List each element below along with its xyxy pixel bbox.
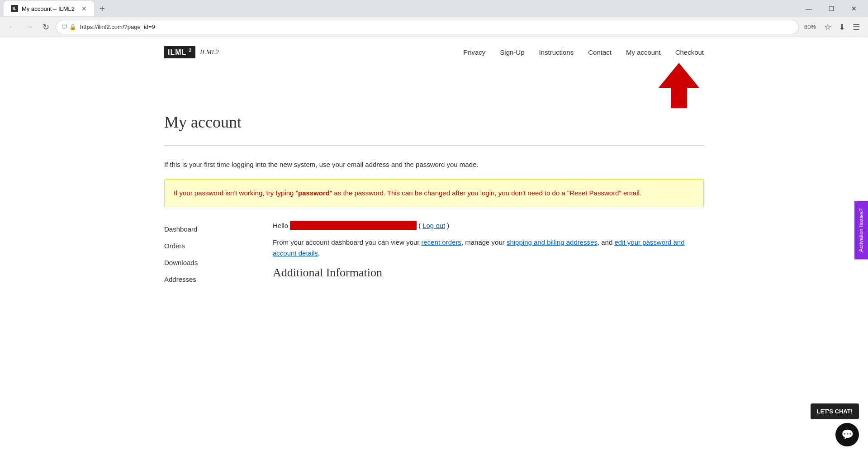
bookmark-star-button[interactable]: ☆ — [821, 20, 834, 34]
warning-text-after: " as the password. This can be changed a… — [330, 189, 641, 197]
arrow-annotation — [0, 63, 868, 108]
nav-contact[interactable]: Contact — [588, 48, 612, 56]
logout-parens-close: ) — [447, 222, 449, 229]
logo-text: ILML — [168, 48, 186, 56]
tab-close-button[interactable]: ✕ — [81, 5, 87, 12]
logout-link[interactable]: Log out — [422, 222, 445, 229]
minimize-button[interactable]: — — [798, 1, 819, 16]
logout-parens-open: ( — [418, 222, 421, 229]
page-title: My account — [164, 113, 704, 132]
dashboard-text-3: , and — [598, 238, 615, 246]
dashboard-text-2: , manage your — [461, 238, 507, 246]
username-redacted — [290, 221, 417, 230]
sidebar-item-addresses[interactable]: Addresses — [164, 271, 264, 288]
tab-favicon: IL — [11, 5, 18, 12]
content-divider — [164, 145, 704, 146]
shield-icon: 🛡 — [62, 24, 67, 30]
logo-super: 2 — [189, 48, 192, 53]
nav-checkout[interactable]: Checkout — [675, 48, 704, 56]
menu-button[interactable]: ☰ — [850, 20, 863, 34]
hello-label: Hello — [273, 222, 288, 229]
dashboard-text-4: . — [318, 249, 320, 257]
activation-issues-tab[interactable]: Activation Issues? — [854, 201, 868, 259]
first-time-info: If this is your first time logging into … — [164, 159, 704, 170]
red-arrow-icon — [659, 63, 699, 108]
page-content: ILML 2 ILML2 Privacy Sign-Up Instruction… — [0, 37, 868, 460]
browser-tab[interactable]: IL My account – ILML2 ✕ — [4, 1, 94, 16]
site-logo[interactable]: ILML 2 — [164, 46, 195, 58]
window-controls: — ❐ ✕ — [798, 1, 864, 16]
address-bar[interactable]: 🛡 🔒 https://ilml2.com/?page_id=9 — [56, 20, 799, 34]
restore-button[interactable]: ❐ — [821, 1, 842, 16]
browser-titlebar: IL My account – ILML2 ✕ + — ❐ ✕ — [0, 0, 868, 17]
password-warning-box: If your password isn't working, try typi… — [164, 179, 704, 207]
sidebar-item-downloads[interactable]: Downloads — [164, 254, 264, 271]
additional-info-title: Additional Information — [273, 266, 704, 280]
nav-signup[interactable]: Sign-Up — [500, 48, 524, 56]
account-layout: Dashboard Orders Downloads Addresses Hel… — [164, 221, 704, 288]
warning-password-word: password — [298, 189, 330, 197]
sidebar-item-dashboard[interactable]: Dashboard — [164, 221, 264, 237]
sidebar-item-orders[interactable]: Orders — [164, 237, 264, 254]
lock-icon: 🔒 — [69, 24, 76, 30]
nav-my-account[interactable]: My account — [626, 48, 661, 56]
warning-text-before: If your password isn't working, try typi… — [174, 189, 298, 197]
svg-marker-0 — [659, 63, 699, 108]
pocket-button[interactable]: ⬇ — [836, 20, 848, 34]
hello-row: Hello (Log out) — [273, 221, 704, 230]
security-icons: 🛡 🔒 — [62, 24, 76, 30]
zoom-level: 80% — [802, 24, 818, 30]
toolbar-icons: ☆ ⬇ ☰ — [821, 20, 863, 34]
forward-button[interactable]: → — [23, 20, 36, 33]
dashboard-description: From your account dashboard you can view… — [273, 237, 704, 259]
nav-privacy[interactable]: Privacy — [463, 48, 485, 56]
main-nav: Privacy Sign-Up Instructions Contact My … — [463, 48, 704, 56]
account-main: Hello (Log out) From your account dashbo… — [264, 221, 704, 288]
chat-widget: LET'S CHAT! 💬 — [811, 403, 859, 446]
tab-title: My account – ILML2 — [22, 5, 75, 12]
close-window-button[interactable]: ✕ — [844, 1, 864, 16]
url-text: https://ilml2.com/?page_id=9 — [80, 24, 155, 30]
back-button[interactable]: ← — [5, 20, 19, 33]
browser-window: IL My account – ILML2 ✕ + — ❐ ✕ ← → ↻ 🛡 … — [0, 0, 868, 460]
refresh-button[interactable]: ↻ — [40, 20, 52, 34]
new-tab-button[interactable]: + — [96, 4, 109, 14]
recent-orders-link[interactable]: recent orders — [422, 238, 461, 246]
logo-area: ILML 2 ILML2 — [164, 46, 219, 58]
site-name-link[interactable]: ILML2 — [200, 48, 219, 56]
shipping-billing-link[interactable]: shipping and billing addresses — [507, 238, 598, 246]
main-content-area: My account If this is your first time lo… — [0, 113, 868, 288]
chat-bubble-label: LET'S CHAT! — [811, 403, 859, 419]
browser-toolbar: ← → ↻ 🛡 🔒 https://ilml2.com/?page_id=9 8… — [0, 17, 868, 37]
chat-icon: 💬 — [841, 429, 854, 441]
chat-button[interactable]: 💬 — [835, 423, 859, 446]
nav-instructions[interactable]: Instructions — [539, 48, 574, 56]
dashboard-text-1: From your account dashboard you can view… — [273, 238, 422, 246]
account-sidebar: Dashboard Orders Downloads Addresses — [164, 221, 264, 288]
